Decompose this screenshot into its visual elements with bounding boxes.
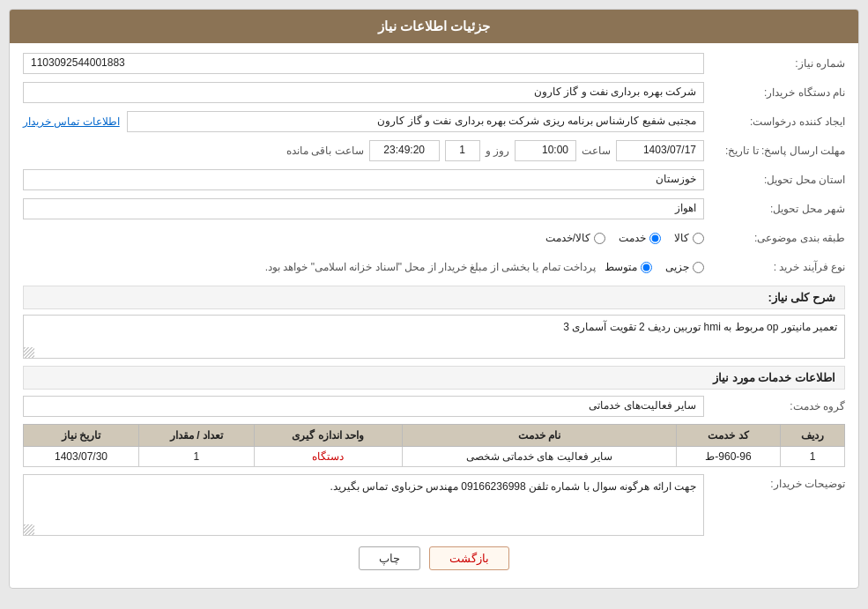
khadamat-section-header: اطلاعات خدمات مورد نیاز	[23, 366, 845, 390]
shahr-label: شهر محل تحویل:	[704, 203, 845, 215]
mohlat-date: 1403/07/17	[616, 140, 704, 161]
ettelaat-tamas-link[interactable]: اطلاعات تماس خریدار	[23, 115, 120, 128]
cell-tedad: 1	[139, 447, 255, 467]
col-tedad: تعداد / مقدار	[139, 425, 255, 447]
noe-motavaset-radio[interactable]	[641, 262, 652, 273]
nam-dastgah-label: نام دستگاه خریدار:	[704, 86, 845, 99]
tabaqe-kala-khadamat-label: کالا/خدمت	[545, 232, 590, 244]
col-nam: نام خدمت	[402, 425, 677, 447]
sharh-label: شرح کلی نیاز:	[768, 291, 835, 304]
tabaqe-kala-khadamat-item[interactable]: کالا/خدمت	[545, 232, 605, 244]
ostan-label: استان محل تحویل:	[704, 174, 845, 186]
tozihat-value: جهت ارائه هرگونه سوال با شماره تلفن 0916…	[330, 480, 696, 493]
row-nam-dastgah: نام دستگاه خریدار: شرکت بهره برداری نفت …	[23, 81, 845, 104]
tabaqe-khadamat-item[interactable]: خدمت	[619, 232, 661, 244]
col-vahed: واحد اندازه گیری	[254, 425, 402, 447]
tabaqe-label: طبقه بندی موضوعی:	[704, 232, 845, 244]
noe-jozii-item[interactable]: جزیی	[665, 261, 704, 273]
card-header: جزئیات اطلاعات نیاز	[10, 10, 858, 43]
tozihat-wrapper: جهت ارائه هرگونه سوال با شماره تلفن 0916…	[23, 474, 704, 536]
shahr-value: اهواز	[23, 198, 704, 219]
noe-note: پرداخت تمام یا بخشی از مبلغ خریدار از مح…	[23, 261, 596, 273]
row-tozihat: توضیحات خریدار: جهت ارائه هرگونه سوال با…	[23, 474, 845, 536]
services-table-body: 1 960-96-ط سایر فعالیت های خدماتی شخصی د…	[24, 447, 845, 467]
row-shomare-niaz: شماره نیاز: 1103092544001883	[23, 52, 845, 75]
noe-motavaset-label: متوسط	[605, 261, 637, 273]
tozihat-resize-corner	[24, 524, 34, 535]
mohlat-saat: 10:00	[515, 140, 576, 161]
deadline-row: 1403/07/17 ساعت 10:00 روز و 1 23:49:20 س…	[23, 140, 704, 161]
noe-farayand-label: نوع فرآیند خرید :	[704, 261, 845, 273]
resize-corner	[24, 347, 34, 358]
mohlat-saat-label: ساعت	[582, 145, 611, 157]
ijad-konande-label: ایجاد کننده درخواست:	[704, 115, 845, 128]
row-gorohe-khadamat: گروه خدمت: سایر فعالیت‌های خدماتی	[23, 395, 845, 418]
tabaqe-kala-item[interactable]: کالا	[674, 232, 704, 244]
row-noe-farayand: نوع فرآیند خرید : جزیی متوسط پرداخت تمام…	[23, 256, 845, 279]
cell-vahed: دستگاه	[254, 447, 402, 467]
tabaqe-radio-group: کالا خدمت کالا/خدمت	[545, 232, 704, 244]
table-row: 1 960-96-ط سایر فعالیت های خدماتی شخصی د…	[24, 447, 845, 467]
services-table-head: ردیف کد خدمت نام خدمت واحد اندازه گیری ت…	[24, 425, 845, 447]
mohlat-mande: 23:49:20	[369, 140, 440, 161]
ijad-konande-value: مجتبی شفیع کارشناس برنامه ریزی شرکت بهره…	[127, 111, 704, 132]
ostan-value: خوزستان	[23, 169, 704, 190]
noe-motavaset-item[interactable]: متوسط	[605, 261, 652, 273]
cell-tarikh: 1403/07/30	[24, 447, 139, 467]
col-kod: کد خدمت	[677, 425, 781, 447]
sharh-wrapper: تعمیر مانیتور op مربوط به hmi توربین ردی…	[23, 315, 845, 359]
row-tabaqe: طبقه بندی موضوعی: کالا خدمت کالا/خدمت	[23, 227, 845, 249]
cell-kod: 960-96-ط	[677, 447, 781, 467]
buttons-row: بازگشت چاپ	[23, 546, 845, 579]
noe-jozii-label: جزیی	[665, 261, 689, 273]
cell-radif: 1	[780, 447, 844, 467]
chap-button[interactable]: چاپ	[359, 546, 420, 570]
tabaqe-khadamat-label: خدمت	[619, 232, 646, 244]
row-shahr: شهر محل تحویل: اهواز	[23, 197, 845, 220]
mohlat-roz: 1	[445, 140, 480, 161]
shomare-niaz-value: 1103092544001883	[23, 53, 704, 74]
gorohe-khadamat-value: سایر فعالیت‌های خدماتی	[23, 396, 704, 417]
sharh-value: تعمیر مانیتور op مربوط به hmi توربین ردی…	[563, 321, 837, 333]
col-radif: ردیف	[780, 425, 844, 447]
tozihat-box: جهت ارائه هرگونه سوال با شماره تلفن 0916…	[23, 474, 704, 536]
mohlat-roz-label: روز و	[486, 145, 509, 157]
page-wrapper: جزئیات اطلاعات نیاز شماره نیاز: 11030925…	[0, 0, 868, 598]
process-row: جزیی متوسط پرداخت تمام یا بخشی از مبلغ خ…	[23, 261, 704, 273]
sharh-section-header: شرح کلی نیاز:	[23, 286, 845, 309]
bazgasht-button[interactable]: بازگشت	[429, 546, 509, 570]
row-ijad-konande: ایجاد کننده درخواست: مجتبی شفیع کارشناس …	[23, 110, 845, 133]
tozihat-label: توضیحات خریدار:	[704, 474, 845, 490]
main-card: جزئیات اطلاعات نیاز شماره نیاز: 11030925…	[9, 9, 859, 589]
row-mohlat: مهلت ارسال پاسخ: تا تاریخ: 1403/07/17 سا…	[23, 139, 845, 162]
noe-jozii-radio[interactable]	[693, 262, 704, 273]
col-tarikh: تاریخ نیاز	[24, 425, 139, 447]
services-table: ردیف کد خدمت نام خدمت واحد اندازه گیری ت…	[23, 424, 845, 467]
khadamat-label: اطلاعات خدمات مورد نیاز	[713, 371, 835, 384]
mohlat-label: مهلت ارسال پاسخ: تا تاریخ:	[704, 145, 845, 157]
noe-radio-group: جزیی متوسط	[605, 261, 704, 273]
table-header-row: ردیف کد خدمت نام خدمت واحد اندازه گیری ت…	[24, 425, 845, 447]
tabaqe-kala-label: کالا	[674, 232, 689, 244]
page-title: جزئیات اطلاعات نیاز	[378, 19, 490, 33]
tabaqe-kala-khadamat-radio[interactable]	[594, 233, 605, 244]
row-sharh: تعمیر مانیتور op مربوط به hmi توربین ردی…	[23, 315, 845, 359]
tabaqe-khadamat-radio[interactable]	[649, 233, 661, 244]
shomare-niaz-label: شماره نیاز:	[704, 57, 845, 70]
gorohe-khadamat-label: گروه خدمت:	[704, 400, 845, 412]
cell-nam: سایر فعالیت های خدماتی شخصی	[402, 447, 677, 467]
sharh-box: تعمیر مانیتور op مربوط به hmi توربین ردی…	[23, 315, 845, 359]
nam-dastgah-value: شرکت بهره برداری نفت و گاز کارون	[23, 82, 704, 103]
row-ostan: استان محل تحویل: خوزستان	[23, 168, 845, 191]
mohlat-mande-label: ساعت باقی مانده	[286, 145, 364, 157]
card-body: شماره نیاز: 1103092544001883 نام دستگاه …	[10, 43, 858, 588]
tabaqe-kala-radio[interactable]	[693, 233, 704, 244]
